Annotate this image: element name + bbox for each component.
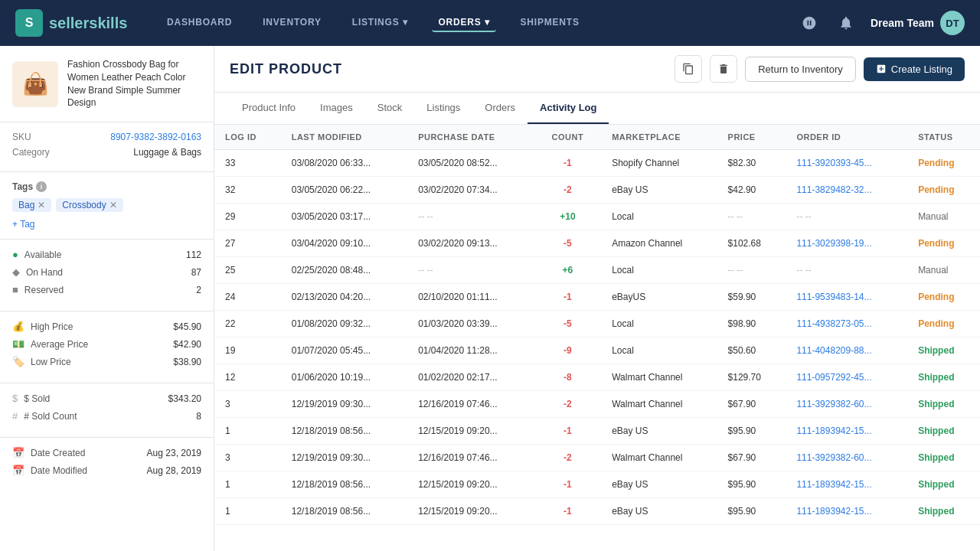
purchase-date: 02/10/2020 01:11... — [418, 292, 497, 302]
tab-listings[interactable]: Listings — [414, 93, 472, 124]
cell-status: Manual — [907, 257, 980, 284]
cell-marketplace: Shopify Channel — [601, 150, 717, 177]
nav-listings[interactable]: LISTINGS — [346, 14, 414, 32]
cell-order-id: 111-3829482-32... — [786, 177, 907, 204]
col-last-modified: LAST MODIFIED — [281, 125, 407, 150]
cell-purchase-date: 02/10/2020 01:11... — [407, 284, 534, 311]
purchase-date-dash: -- -- — [418, 211, 433, 222]
user-menu[interactable]: Dream Team DT — [871, 11, 965, 35]
product-meta: SKU 8907-9382-3892-0163 Category Luggage… — [0, 122, 214, 172]
cell-order-id: 111-4938273-05... — [786, 311, 907, 337]
table-row: 12 01/06/2020 10:19... 01/02/2020 02:17.… — [214, 364, 980, 391]
cell-purchase-date: 12/16/2019 07:46... — [407, 391, 534, 418]
order-id-link[interactable]: 111-3829482-32... — [796, 184, 871, 195]
add-tag-btn[interactable]: + Tag — [12, 219, 34, 230]
tag-bag: Bag ✕ — [12, 198, 51, 212]
tab-orders[interactable]: Orders — [472, 93, 528, 124]
create-listing-button[interactable]: Create Listing — [864, 57, 965, 81]
cell-log-id: 33 — [214, 150, 281, 177]
count-value: -1 — [564, 292, 572, 302]
col-status: STATUS — [907, 125, 980, 150]
order-id-link[interactable]: 111-3920393-45... — [796, 158, 871, 168]
sku-label: SKU — [12, 132, 31, 142]
status-badge: Shipped — [918, 425, 954, 436]
seller-icon-btn[interactable] — [797, 11, 822, 35]
order-id-link[interactable]: 111-0957292-45... — [796, 372, 871, 383]
status-badge: Pending — [918, 238, 954, 249]
tab-stock[interactable]: Stock — [365, 93, 415, 124]
table-header-row: LOG ID LAST MODIFIED PURCHASE DATE COUNT… — [214, 125, 980, 150]
purchase-date: 03/02/2020 09:13... — [418, 238, 497, 249]
tab-activity-log[interactable]: Activity Log — [528, 93, 609, 124]
purchase-date: 01/03/2020 03:39... — [418, 318, 497, 329]
order-id-link[interactable]: 111-3929382-60... — [796, 399, 871, 409]
cell-purchase-date: 01/03/2020 03:39... — [407, 311, 534, 337]
status-badge: Pending — [918, 184, 954, 195]
order-id-link[interactable]: 111-9539483-14... — [796, 292, 871, 302]
cell-status: Pending — [907, 311, 980, 337]
notification-bell-btn[interactable] — [834, 11, 858, 35]
cell-purchase-date: -- -- — [407, 257, 534, 284]
order-id-link[interactable]: 111-4938273-05... — [796, 318, 871, 329]
cell-order-id: 111-3029398-19... — [786, 230, 907, 257]
logo[interactable]: S sellerskills — [15, 9, 138, 37]
copy-button[interactable] — [675, 55, 702, 83]
stats-section: ● Available 112 ◆ On Hand 87 ■ Reserved … — [0, 240, 214, 311]
cell-order-id: 111-1893942-15... — [786, 418, 907, 445]
count-value: -9 — [564, 345, 572, 356]
cell-price: $67.90 — [717, 391, 786, 418]
create-listing-icon — [876, 64, 887, 74]
sku-value[interactable]: 8907-9382-3892-0163 — [110, 132, 201, 142]
user-avatar: DT — [940, 11, 965, 35]
cell-price: -- -- — [717, 204, 786, 230]
cell-count: -1 — [534, 471, 602, 498]
activity-log-table-container: LOG ID LAST MODIFIED PURCHASE DATE COUNT… — [214, 125, 980, 551]
cell-status: Pending — [907, 230, 980, 257]
category-label: Category — [12, 147, 50, 158]
cell-price: $50.60 — [717, 337, 786, 364]
cell-order-id: 111-3929382-60... — [786, 391, 907, 418]
tag-bag-remove[interactable]: ✕ — [38, 200, 45, 210]
order-id-link[interactable]: 111-3929382-60... — [796, 452, 871, 463]
date-modified-row: 📅 Date Modified Aug 28, 2019 — [12, 465, 201, 476]
price-value: $67.90 — [728, 399, 756, 409]
user-name: Dream Team — [871, 17, 934, 29]
cell-last-modified: 12/18/2019 08:56... — [281, 498, 407, 525]
cell-order-id: 111-3929382-60... — [786, 445, 907, 471]
cell-marketplace: eBay US — [601, 498, 717, 525]
tags-info-icon[interactable]: i — [36, 181, 47, 192]
high-price-row: 💰 High Price $45.90 — [12, 321, 201, 332]
top-navigation: S sellerskills DASHBOARD INVENTORY LISTI… — [0, 0, 980, 46]
dollar-sold-row: $ $ Sold $343.20 — [12, 393, 201, 404]
delete-button[interactable] — [710, 55, 737, 83]
nav-shipments[interactable]: SHIPMENTS — [514, 14, 586, 32]
cell-status: Shipped — [907, 418, 980, 445]
cell-purchase-date: 12/15/2019 09:20... — [407, 498, 534, 525]
nav-inventory[interactable]: INVENTORY — [256, 14, 328, 32]
order-id-link[interactable]: 111-1893942-15... — [796, 506, 871, 517]
cell-last-modified: 02/25/2020 08:48... — [281, 257, 407, 284]
tab-images[interactable]: Images — [308, 93, 365, 124]
table-row: 1 12/18/2019 08:56... 12/15/2019 09:20..… — [214, 471, 980, 498]
cell-last-modified: 02/13/2020 04:20... — [281, 284, 407, 311]
sku-row: SKU 8907-9382-3892-0163 — [12, 132, 201, 142]
count-value: -1 — [564, 479, 572, 490]
order-id-link[interactable]: 111-1893942-15... — [796, 479, 871, 490]
cell-count: -2 — [534, 445, 602, 471]
status-badge: Manual — [918, 265, 948, 276]
nav-orders[interactable]: ORDERS — [432, 14, 495, 32]
table-row: 29 03/05/2020 03:17... -- -- +10 Local -… — [214, 204, 980, 230]
dollar-sold-value: $343.20 — [168, 393, 201, 404]
price-dash: -- -- — [728, 211, 743, 222]
cell-last-modified: 12/19/2019 09:30... — [281, 391, 407, 418]
return-to-inventory-button[interactable]: Return to Inventory — [745, 57, 856, 82]
order-id-link[interactable]: 111-4048209-88... — [796, 345, 871, 356]
order-id-link[interactable]: 111-3029398-19... — [796, 238, 871, 249]
tag-crossbody-remove[interactable]: ✕ — [109, 200, 117, 210]
tab-product-info[interactable]: Product Info — [230, 93, 308, 124]
order-id-link[interactable]: 111-1893942-15... — [796, 425, 871, 436]
prices-section: 💰 High Price $45.90 💵 Average Price $42.… — [0, 311, 214, 383]
sidebar: 👜 Fashion Crossbody Bag for Women Leathe… — [0, 46, 214, 551]
stat-on-hand: ◆ On Hand 87 — [12, 266, 201, 278]
nav-dashboard[interactable]: DASHBOARD — [161, 14, 238, 32]
